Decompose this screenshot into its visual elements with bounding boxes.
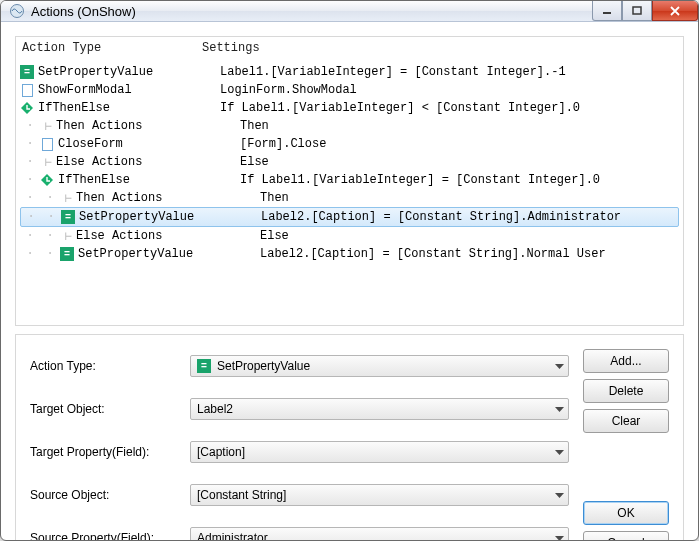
action-type-value: SetPropertyValue (217, 359, 310, 373)
chevron-down-icon (555, 402, 564, 416)
app-icon (9, 3, 25, 19)
equals-icon: = (20, 65, 34, 79)
label-target-property: Target Property(Field): (30, 445, 180, 459)
chevron-down-icon (555, 359, 564, 373)
tree-row[interactable]: IfThenElseIf Label1.[VariableInteger] < … (20, 99, 679, 117)
target-property-combo[interactable]: [Caption] (190, 441, 569, 463)
if-icon (20, 101, 34, 115)
label-source-property: Source Property(Field): (30, 531, 180, 541)
tree-row[interactable]: ··=SetPropertyValueLabel2.[Caption] = [C… (20, 245, 679, 263)
row-settings: [Form].Close (240, 137, 326, 151)
window-buttons (592, 1, 698, 21)
branch-icon: ⊢ (40, 155, 56, 170)
tree-header: Action Type Settings (16, 37, 683, 61)
row-settings: Label1.[VariableInteger] = [Constant Int… (220, 65, 566, 79)
branch-icon: ⊢ (60, 229, 76, 244)
label-target-object: Target Object: (30, 402, 180, 416)
dialog-content: Action Type Settings =SetPropertyValueLa… (1, 22, 698, 541)
col-action-type: Action Type (22, 41, 202, 55)
row-action: SetPropertyValue (38, 65, 153, 79)
row-settings: Label2.[Caption] = [Constant String].Adm… (261, 210, 621, 224)
row-settings: If Label1.[VariableInteger] < [Constant … (220, 101, 580, 115)
label-source-object: Source Object: (30, 488, 180, 502)
tree-row[interactable]: ·CloseForm[Form].Close (20, 135, 679, 153)
tree-row[interactable]: ·⊢Else ActionsElse (20, 153, 679, 171)
target-object-combo[interactable]: Label2 (190, 398, 569, 420)
tree-row[interactable]: ShowFormModalLoginForm.ShowModal (20, 81, 679, 99)
row-action: Then Actions (56, 119, 142, 133)
row-settings: LoginForm.ShowModal (220, 83, 357, 97)
titlebar[interactable]: Actions (OnShow) (1, 1, 698, 22)
row-action: IfThenElse (58, 173, 130, 187)
col-settings: Settings (202, 41, 260, 55)
editor-panel: Action Type: = SetPropertyValue Target O… (15, 334, 684, 541)
target-object-value: Label2 (197, 402, 233, 416)
clear-button[interactable]: Clear (583, 409, 669, 433)
row-action: CloseForm (58, 137, 123, 151)
close-button[interactable] (652, 1, 698, 21)
row-settings: If Label1.[VariableInteger] = [Constant … (240, 173, 600, 187)
equals-icon: = (60, 247, 74, 261)
action-type-combo[interactable]: = SetPropertyValue (190, 355, 569, 377)
svg-rect-1 (603, 12, 611, 14)
target-property-value: [Caption] (197, 445, 245, 459)
equals-icon: = (197, 359, 211, 373)
add-button[interactable]: Add... (583, 349, 669, 373)
maximize-button[interactable] (622, 1, 652, 21)
label-action-type: Action Type: (30, 359, 180, 373)
ok-button[interactable]: OK (583, 501, 669, 525)
dialog-window: Actions (OnShow) Action Type Settings =S… (0, 0, 699, 541)
row-action: Else Actions (76, 229, 162, 243)
row-settings: Else (260, 229, 289, 243)
source-property-combo[interactable]: Administrator (190, 527, 569, 541)
row-settings: Else (240, 155, 269, 169)
actions-tree[interactable]: Action Type Settings =SetPropertyValueLa… (15, 36, 684, 326)
tree-row[interactable]: ·IfThenElseIf Label1.[VariableInteger] =… (20, 171, 679, 189)
row-action: SetPropertyValue (79, 210, 194, 224)
form-icon (40, 137, 54, 151)
spacer (583, 439, 669, 495)
tree-row[interactable]: ·⊢Then ActionsThen (20, 117, 679, 135)
tree-row[interactable]: ··⊢Then ActionsThen (20, 189, 679, 207)
tree-row[interactable]: ··⊢Else ActionsElse (20, 227, 679, 245)
tree-row[interactable]: ··=SetPropertyValueLabel2.[Caption] = [C… (20, 207, 679, 227)
row-action: Then Actions (76, 191, 162, 205)
row-settings: Then (240, 119, 269, 133)
minimize-button[interactable] (592, 1, 622, 21)
fields-grid: Action Type: = SetPropertyValue Target O… (30, 349, 569, 541)
source-object-combo[interactable]: [Constant String] (190, 484, 569, 506)
row-action: IfThenElse (38, 101, 110, 115)
equals-icon: = (61, 210, 75, 224)
row-action: Else Actions (56, 155, 142, 169)
row-settings: Then (260, 191, 289, 205)
row-action: ShowFormModal (38, 83, 132, 97)
delete-button[interactable]: Delete (583, 379, 669, 403)
if-icon (40, 173, 54, 187)
branch-icon: ⊢ (60, 191, 76, 206)
form-icon (20, 83, 34, 97)
row-settings: Label2.[Caption] = [Constant String].Nor… (260, 247, 606, 261)
tree-row[interactable]: =SetPropertyValueLabel1.[VariableInteger… (20, 63, 679, 81)
chevron-down-icon (555, 488, 564, 502)
chevron-down-icon (555, 445, 564, 459)
cancel-button[interactable]: Cancel (583, 531, 669, 541)
svg-rect-2 (633, 7, 641, 14)
tree-body[interactable]: =SetPropertyValueLabel1.[VariableInteger… (16, 61, 683, 325)
source-object-value: [Constant String] (197, 488, 286, 502)
branch-icon: ⊢ (40, 119, 56, 134)
source-property-value: Administrator (197, 531, 268, 541)
row-action: SetPropertyValue (78, 247, 193, 261)
side-buttons: Add... Delete Clear OK Cancel (583, 349, 669, 541)
window-title: Actions (OnShow) (31, 4, 592, 19)
chevron-down-icon (555, 531, 564, 541)
